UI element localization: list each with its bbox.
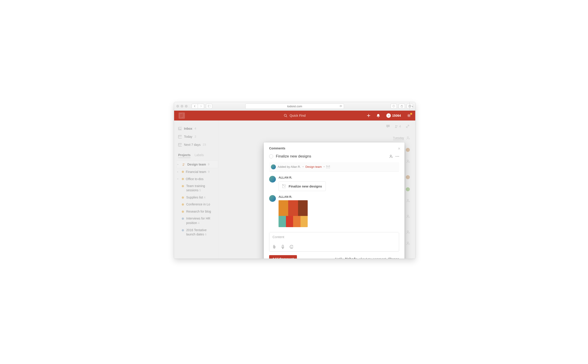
svg-point-20 (407, 137, 409, 138)
svg-point-26 (390, 155, 392, 156)
comment-compose (269, 232, 399, 252)
avatar-icon (271, 164, 276, 169)
assignee-avatar (406, 148, 410, 152)
task-label: Supplies list 4 (186, 195, 205, 200)
quick-find-placeholder: Quick Find (289, 114, 306, 117)
list-item[interactable]: Conference in Lo (174, 201, 218, 208)
people-count: 4 (399, 124, 401, 128)
tab-projects[interactable]: Projects (178, 153, 190, 158)
emoji-icon[interactable] (289, 245, 293, 249)
sidebar-inbox[interactable]: Inbox 4 (174, 124, 218, 133)
project-color-icon (182, 217, 184, 220)
svg-point-16 (183, 163, 184, 164)
add-task-icon[interactable] (367, 114, 370, 117)
task-row-meta[interactable] (404, 241, 410, 245)
traffic-max[interactable] (185, 105, 188, 108)
search-icon (284, 114, 287, 117)
logo-icon[interactable] (179, 112, 185, 119)
nav-forward-button[interactable] (198, 104, 204, 109)
sidebar-next7[interactable]: +7 Next 7 days 23 (174, 141, 218, 149)
tools-icon[interactable] (406, 124, 409, 128)
svg-point-8 (378, 117, 379, 117)
new-tab-button[interactable]: + (409, 102, 415, 111)
downloads-button[interactable] (391, 104, 397, 109)
list-item[interactable]: Research for blog (174, 208, 218, 215)
karma-icon (386, 113, 391, 118)
more-icon[interactable] (396, 155, 399, 158)
svg-rect-11 (178, 135, 182, 138)
svg-point-29 (398, 156, 399, 156)
svg-point-23 (407, 215, 409, 216)
quick-find[interactable]: Quick Find (284, 114, 306, 117)
chevron-right-icon: ▸ (177, 163, 180, 166)
sidebar-toggle-button[interactable] (206, 104, 212, 109)
list-item[interactable]: 2016 Tentative launch dates 6 (174, 227, 218, 238)
project-design-team[interactable]: ▸ Design team 9 (176, 161, 218, 168)
list-item[interactable]: Supplies list 4 (174, 194, 218, 201)
assign-icon[interactable] (389, 155, 393, 158)
share-project-button[interactable]: 4 (395, 124, 401, 128)
address-bar[interactable]: todoist.com ⟳ (245, 104, 344, 109)
karma-badge[interactable]: 15064 (386, 113, 401, 118)
task-label: Interviews for HR position 4 (186, 216, 216, 225)
list-item[interactable]: Interviews for HR position 4 (174, 215, 218, 227)
add-comment-button[interactable]: Add Comment (269, 255, 297, 259)
task-label: Team training sessions 5 (186, 184, 216, 193)
task-label: 2016 Tentative launch dates 6 (186, 228, 216, 237)
reload-icon[interactable]: ⟳ (340, 105, 342, 108)
share-button[interactable] (399, 104, 405, 109)
task-row-meta[interactable]: Tuesday (393, 136, 410, 140)
svg-rect-10 (178, 127, 182, 130)
url-text: todoist.com (287, 105, 302, 108)
modal-task-header: Finalize new designs (269, 154, 399, 159)
assign-icon (406, 214, 410, 218)
sidebar-today[interactable]: Today 2 (174, 133, 218, 141)
comment-item: ALLAN R. (269, 195, 399, 227)
project-financial-team[interactable]: ▸ Financial team 9 (176, 168, 218, 176)
mic-icon[interactable] (281, 245, 285, 249)
email-attachment[interactable]: Finalize new designs (279, 182, 326, 191)
svg-rect-30 (326, 166, 330, 168)
tab-labels[interactable]: Labels (195, 153, 204, 158)
task-label: Research for blog (186, 209, 211, 214)
task-checkbox[interactable] (269, 154, 273, 158)
traffic-close[interactable] (176, 105, 179, 108)
task-meta: Added by Allan R. • Design team • (269, 162, 399, 172)
notifications-icon[interactable] (376, 114, 380, 117)
calendar7-icon: +7 (178, 143, 182, 147)
assignee-avatar (406, 175, 410, 179)
people-icon (395, 124, 398, 128)
image-attachment[interactable] (279, 200, 308, 227)
svg-point-25 (407, 242, 409, 243)
comment-author: ALLAN R. (279, 195, 308, 198)
project-office-todos[interactable]: ▾ Office to-dos (176, 176, 218, 182)
avatar-icon (269, 176, 276, 182)
comment-input[interactable] (269, 232, 399, 243)
attach-icon[interactable] (273, 245, 276, 249)
comments-modal: Comments × Finalize new designs Added by… (264, 143, 405, 259)
svg-point-22 (407, 199, 409, 201)
project-link[interactable]: Design team (305, 165, 322, 169)
svg-point-28 (397, 156, 398, 156)
traffic-min[interactable] (181, 105, 183, 108)
comment-author: ALLAN R. (279, 176, 326, 179)
change-notify-link[interactable]: Change (388, 257, 399, 259)
mail-icon[interactable] (326, 165, 330, 169)
added-by-text: Added by Allan R. (278, 165, 301, 169)
sidebar-next7-label: Next 7 days (184, 143, 201, 147)
project-color-icon (182, 211, 184, 213)
app-header: Quick Find 15064 (174, 111, 415, 121)
comments-icon[interactable] (386, 124, 390, 128)
list-item[interactable]: Team training sessions 5 (174, 182, 218, 194)
svg-text:+7: +7 (179, 145, 181, 146)
sidebar-inbox-label: Inbox (184, 127, 192, 130)
svg-point-24 (407, 231, 409, 232)
svg-point-19 (397, 125, 398, 126)
close-icon[interactable]: × (398, 146, 400, 151)
svg-rect-0 (208, 105, 210, 107)
assign-icon (406, 136, 410, 140)
project-color-icon (182, 203, 184, 206)
nav-back-button[interactable] (192, 104, 198, 109)
inbox-icon (178, 127, 182, 130)
settings-icon[interactable] (407, 114, 411, 117)
